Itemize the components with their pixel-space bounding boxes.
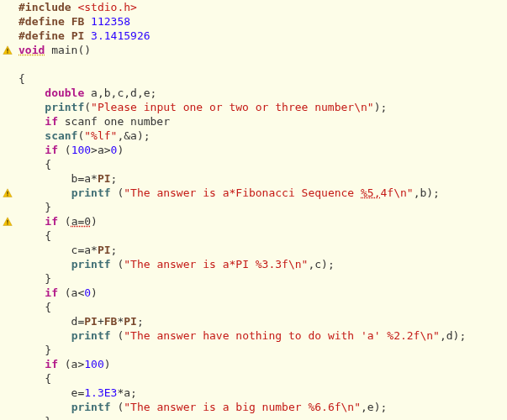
code-line[interactable]: { xyxy=(18,300,466,314)
code-line[interactable]: if (a=0) xyxy=(18,214,466,228)
gutter-row xyxy=(0,357,15,371)
code-token: ) xyxy=(91,215,98,228)
code-token xyxy=(18,258,71,270)
code-token: a,b,c,d,e; xyxy=(84,87,156,99)
gutter-row xyxy=(0,14,15,29)
gutter-row xyxy=(0,157,15,171)
code-token: } xyxy=(18,344,51,356)
code-token: "The answer is a*Fibonacci Sequence xyxy=(124,186,361,199)
code-line[interactable]: double a,b,c,d,e; xyxy=(18,86,466,100)
code-line[interactable]: e=1.3E3*a; xyxy=(18,386,466,400)
svg-rect-4 xyxy=(7,191,8,194)
code-line[interactable]: printf ("The answer is a*PI %3.3f\n",c); xyxy=(18,257,466,271)
code-token: scanf one number xyxy=(58,115,170,128)
warning-icon[interactable] xyxy=(3,45,13,55)
code-line[interactable]: if (100>a>0) xyxy=(18,143,466,157)
code-token xyxy=(18,87,45,99)
code-token: if xyxy=(45,358,58,370)
code-line[interactable]: { xyxy=(18,157,466,171)
gutter xyxy=(0,0,15,420)
code-line[interactable]: b=a*PI; xyxy=(18,171,466,186)
code-line[interactable]: #include <stdio.h> xyxy=(18,0,466,14)
code-token: (a> xyxy=(58,358,84,370)
code-editor[interactable]: #include <stdio.h>#define FB 112358#defi… xyxy=(0,0,507,420)
code-token: PI xyxy=(84,315,98,328)
gutter-row xyxy=(0,43,15,57)
code-token: a=0 xyxy=(71,215,91,228)
code-token: } xyxy=(18,272,51,285)
code-line[interactable]: c=a*PI; xyxy=(18,243,466,257)
code-line[interactable]: } xyxy=(18,414,466,420)
code-line[interactable]: void main() xyxy=(18,43,466,57)
code-token: scanf xyxy=(45,129,77,142)
code-line[interactable] xyxy=(18,57,466,71)
code-token: ; xyxy=(111,172,118,185)
gutter-row xyxy=(0,114,15,129)
code-token: { xyxy=(18,372,51,385)
gutter-row xyxy=(0,328,15,343)
code-token: ( xyxy=(111,329,124,342)
code-line[interactable]: printf ("The answer have nothing to do w… xyxy=(18,328,466,343)
code-line[interactable]: { xyxy=(18,371,466,386)
code-token: #define xyxy=(18,29,71,42)
gutter-row xyxy=(0,314,15,328)
code-line[interactable]: printf ("The answer is a big number %6.6… xyxy=(18,400,466,414)
code-line[interactable]: if (a>100) xyxy=(18,357,466,371)
code-token xyxy=(18,329,71,342)
code-token: printf xyxy=(71,329,111,342)
code-token: #define xyxy=(18,15,71,28)
code-token xyxy=(18,286,45,299)
code-token: ( xyxy=(84,101,91,113)
warning-icon[interactable] xyxy=(3,188,13,198)
code-token: ,&a); xyxy=(117,129,150,142)
code-token xyxy=(18,215,45,228)
code-token: ( xyxy=(58,144,71,156)
code-area[interactable]: #include <stdio.h>#define FB 112358#defi… xyxy=(15,0,466,420)
code-token: { xyxy=(18,301,51,313)
code-token: if xyxy=(45,115,58,128)
code-line[interactable]: scanf("%lf",&a); xyxy=(18,129,466,143)
gutter-row xyxy=(0,29,15,43)
gutter-row xyxy=(0,286,15,300)
code-token: ; xyxy=(111,244,118,256)
svg-rect-1 xyxy=(7,48,8,51)
gutter-row xyxy=(0,343,15,357)
code-line[interactable]: { xyxy=(18,71,466,86)
code-token xyxy=(18,401,71,413)
code-token: if xyxy=(45,144,58,156)
code-line[interactable]: { xyxy=(18,228,466,243)
svg-rect-7 xyxy=(7,219,8,223)
code-token xyxy=(18,186,71,199)
code-line[interactable]: } xyxy=(18,271,466,286)
code-token: %5, xyxy=(361,186,380,199)
code-token: PI xyxy=(98,172,111,185)
code-token: void xyxy=(18,44,45,56)
code-token: "%lf" xyxy=(84,129,117,142)
code-line[interactable]: } xyxy=(18,343,466,357)
code-token: if xyxy=(45,215,58,228)
code-token: d= xyxy=(18,315,84,328)
code-line[interactable]: printf("Please input one or two or three… xyxy=(18,100,466,114)
code-token: (a< xyxy=(58,286,84,299)
code-token: PI xyxy=(71,29,91,42)
gutter-row xyxy=(0,414,15,420)
code-token: b=a* xyxy=(18,172,98,185)
code-token: ,b); xyxy=(414,186,440,199)
code-line[interactable]: if (a<0) xyxy=(18,286,466,300)
code-line[interactable]: d=PI+FB*PI; xyxy=(18,314,466,328)
code-token: ) xyxy=(104,358,111,370)
gutter-row xyxy=(0,57,15,71)
code-token: 0 xyxy=(84,286,91,299)
warning-icon[interactable] xyxy=(3,217,13,227)
code-line[interactable]: if scanf one number xyxy=(18,114,466,129)
code-token: printf xyxy=(71,401,111,413)
code-line[interactable]: #define FB 112358 xyxy=(18,14,466,29)
code-line[interactable]: #define PI 3.1415926 xyxy=(18,29,466,43)
gutter-row xyxy=(0,300,15,314)
code-line[interactable]: printf ("The answer is a*Fibonacci Seque… xyxy=(18,186,466,200)
code-token: "The answer is a*PI %3.3f\n" xyxy=(124,258,308,270)
svg-rect-8 xyxy=(7,223,8,224)
code-token: printf xyxy=(71,186,111,199)
code-line[interactable]: } xyxy=(18,200,466,214)
code-token: } xyxy=(18,201,51,213)
